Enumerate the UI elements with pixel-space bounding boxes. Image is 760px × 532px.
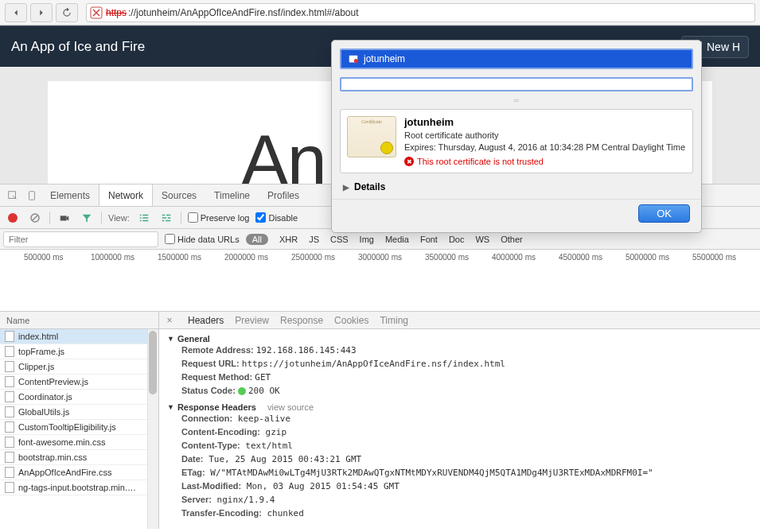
svg-point-8 — [354, 59, 358, 63]
timeline-tick: 500000 ms — [24, 253, 63, 262]
cert-popup-header[interactable]: jotunheim — [340, 49, 693, 69]
cert-expires: Expires: Thursday, August 4, 2016 at 10:… — [404, 142, 686, 153]
detail-tab-headers[interactable]: Headers — [188, 315, 224, 326]
timeline-tick: 4000000 ms — [492, 253, 536, 262]
header-row: Transfer-Encoding: chunked — [167, 507, 752, 520]
file-icon — [5, 376, 14, 387]
filter-all[interactable]: All — [246, 234, 268, 245]
ok-button[interactable]: OK — [638, 204, 690, 223]
browser-toolbar: https ://jotunheim/AnAppOfIceAndFire.nsf… — [0, 0, 760, 25]
cert-name: jotunheim — [404, 116, 686, 128]
hide-urls-checkbox[interactable]: Hide data URLs — [165, 234, 240, 244]
header-row: Connection: keep-alive — [167, 412, 752, 425]
preserve-log-checkbox[interactable]: Preserve log — [188, 212, 250, 223]
filter-type-media[interactable]: Media — [385, 235, 409, 244]
disable-cache-checkbox[interactable]: Disable — [255, 212, 298, 223]
header-row: Date: Tue, 25 Aug 2015 00:43:21 GMT — [167, 452, 752, 466]
response-headers-section[interactable]: Response Headersview source — [167, 402, 752, 412]
detail-tab-timing[interactable]: Timing — [380, 315, 408, 326]
camera-icon[interactable] — [57, 210, 72, 226]
name-column-header[interactable]: Name — [0, 312, 158, 329]
header-row: Content-Encoding: gzip — [167, 425, 752, 439]
header-row: Server: nginx/1.9.4 — [167, 493, 752, 507]
devtools-tab-elements[interactable]: Elements — [41, 184, 99, 206]
header-row: Last-Modified: Mon, 03 Aug 2015 01:54:45… — [167, 480, 752, 493]
request-row[interactable]: GlobalUtils.js — [0, 405, 158, 420]
devtools-tab-profiles[interactable]: Profiles — [259, 184, 308, 206]
detail-body: General Remote Address: 192.168.186.145:… — [159, 329, 760, 529]
view-list-icon[interactable] — [136, 210, 152, 226]
timeline-tick: 5500000 ms — [692, 253, 736, 262]
filter-input[interactable] — [3, 231, 158, 247]
forward-button[interactable] — [30, 3, 53, 22]
file-icon — [5, 452, 14, 463]
timeline-tick: 1500000 ms — [158, 253, 201, 262]
filter-type-other[interactable]: Other — [501, 235, 523, 244]
status-dot-icon — [238, 387, 246, 395]
header-row: Content-Type: text/html — [167, 439, 752, 452]
detail-tab-response[interactable]: Response — [280, 315, 323, 326]
url-bar[interactable]: https ://jotunheim/AnAppOfIceAndFire.nsf… — [86, 3, 755, 22]
file-icon — [5, 421, 14, 433]
url-protocol: https — [106, 7, 127, 18]
request-row[interactable]: ContentPreview.js — [0, 375, 158, 390]
separator — [49, 212, 50, 224]
header-row: ETag: W/"MTAtMDAwMi0wLTg4MjU3RTk2MDAwQTg… — [167, 466, 752, 480]
request-row[interactable]: AnAppOfIceAndFire.css — [0, 465, 158, 480]
cert-search-field[interactable] — [340, 77, 693, 91]
filter-type-img[interactable]: Img — [360, 235, 374, 244]
device-icon[interactable] — [22, 190, 41, 201]
filter-type-js[interactable]: JS — [309, 235, 319, 244]
file-list: index.htmltopFrame.jsClipper.jsContentPr… — [0, 329, 158, 529]
certificate-popup: jotunheim ═ jotunheim Root certificate a… — [331, 40, 702, 233]
detail-tab-preview[interactable]: Preview — [235, 315, 269, 326]
timeline-tick: 5000000 ms — [626, 253, 669, 262]
request-row[interactable]: CustomTooltipEligibility.js — [0, 420, 158, 435]
filter-type-css[interactable]: CSS — [330, 235, 349, 244]
request-list-panel: Name index.htmltopFrame.jsClipper.jsCont… — [0, 312, 159, 529]
inspect-icon[interactable] — [3, 190, 22, 201]
request-row[interactable]: Coordinator.js — [0, 390, 158, 405]
view-source-link[interactable]: view source — [267, 402, 314, 412]
svg-rect-6 — [60, 216, 67, 220]
file-icon — [5, 437, 14, 448]
request-row[interactable]: font-awesome.min.css — [0, 435, 158, 450]
devtools-tab-timeline[interactable]: Timeline — [205, 184, 259, 206]
file-icon — [5, 391, 14, 402]
detail-tab-cookies[interactable]: Cookies — [334, 315, 368, 326]
separator — [181, 212, 181, 224]
file-icon — [5, 331, 14, 342]
file-icon — [5, 482, 14, 493]
filter-type-font[interactable]: Font — [420, 235, 438, 244]
file-icon — [5, 406, 14, 417]
certificate-icon — [347, 116, 396, 157]
cert-error: This root certificate is not trusted — [404, 157, 686, 166]
file-icon — [5, 346, 14, 357]
request-row[interactable]: topFrame.js — [0, 344, 158, 359]
devtools: ElementsNetworkSourcesTimelineProfiles V… — [0, 184, 760, 529]
detail-panel: × HeadersPreviewResponseCookiesTiming Ge… — [159, 312, 760, 529]
view-frame-icon[interactable] — [158, 210, 174, 226]
filter-type-ws[interactable]: WS — [475, 235, 489, 244]
timeline[interactable]: 500000 ms1000000 ms1500000 ms2000000 ms2… — [0, 250, 760, 312]
timeline-tick: 3500000 ms — [425, 253, 469, 262]
cert-details-toggle[interactable]: Details — [343, 181, 690, 192]
request-row[interactable]: index.html — [0, 329, 158, 344]
record-icon[interactable] — [5, 210, 21, 226]
devtools-tab-network[interactable]: Network — [99, 184, 153, 206]
filter-type-xhr[interactable]: XHR — [279, 235, 298, 244]
close-detail-icon[interactable]: × — [162, 315, 177, 326]
scrollbar[interactable] — [147, 329, 158, 529]
devtools-tab-sources[interactable]: Sources — [153, 184, 205, 206]
reload-button[interactable] — [56, 3, 78, 22]
request-row[interactable]: bootstrap.min.css — [0, 450, 158, 465]
filter-type-doc[interactable]: Doc — [449, 235, 465, 244]
general-section[interactable]: General — [167, 334, 752, 344]
drag-handle-icon[interactable]: ═ — [332, 96, 701, 104]
clear-icon[interactable] — [27, 210, 43, 226]
back-button[interactable] — [5, 3, 27, 22]
filter-icon[interactable] — [79, 210, 95, 226]
request-row[interactable]: Clipper.js — [0, 359, 158, 375]
request-row[interactable]: ng-tags-input.bootstrap.min.… — [0, 480, 158, 495]
timeline-tick: 4500000 ms — [559, 253, 602, 262]
